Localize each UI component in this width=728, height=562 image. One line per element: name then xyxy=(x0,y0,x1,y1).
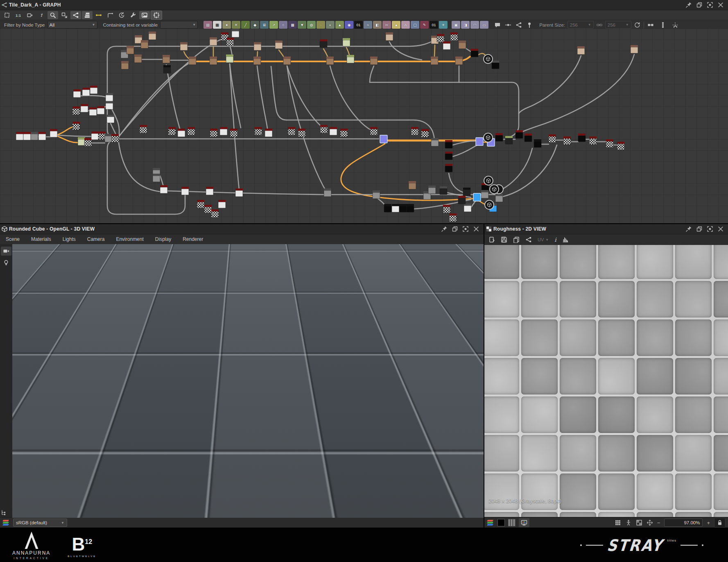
graph-node[interactable] xyxy=(431,138,439,146)
graph-node[interactable] xyxy=(16,132,23,140)
graph-node[interactable] xyxy=(384,204,391,212)
hierarchy-icon[interactable] xyxy=(1,510,7,516)
graph-node[interactable] xyxy=(445,140,452,148)
graph-node[interactable] xyxy=(50,129,57,137)
graph-node[interactable] xyxy=(471,49,478,57)
graph-node[interactable] xyxy=(121,61,129,69)
graph-node[interactable] xyxy=(563,136,571,145)
palette-selection-button[interactable]: ▢ xyxy=(411,21,419,29)
graph-node[interactable] xyxy=(445,164,452,172)
graph-node[interactable] xyxy=(495,194,503,202)
graph-node[interactable] xyxy=(380,135,387,143)
menu-renderer[interactable]: Renderer xyxy=(177,236,209,242)
graph-node[interactable] xyxy=(111,134,119,142)
graph-node[interactable] xyxy=(23,132,31,140)
straight-links-button[interactable] xyxy=(93,11,104,19)
graph-node[interactable] xyxy=(105,134,112,142)
graph-node[interactable] xyxy=(283,57,291,65)
graph-node[interactable] xyxy=(210,129,217,137)
copy-image-button[interactable] xyxy=(513,236,520,243)
palette-flood-fill-button[interactable]: ▼ xyxy=(298,21,306,29)
graph-node[interactable] xyxy=(275,41,283,49)
menu-display[interactable]: Display xyxy=(149,236,177,242)
palette-sharpen-button[interactable]: ◆ xyxy=(251,21,259,29)
graph-node[interactable] xyxy=(437,34,444,42)
palette-cut-button[interactable]: ✂ xyxy=(382,21,391,29)
graph-node[interactable] xyxy=(98,131,106,140)
parent-size-height-select[interactable]: 256▼ xyxy=(605,21,631,29)
graph-node[interactable] xyxy=(481,190,488,198)
graph-node[interactable] xyxy=(443,41,450,50)
graph-node[interactable] xyxy=(91,131,99,140)
graph-node[interactable] xyxy=(411,127,418,135)
close-button[interactable] xyxy=(717,225,725,233)
graph-node[interactable] xyxy=(82,88,90,96)
graph-node[interactable] xyxy=(606,139,613,147)
menu-scene[interactable]: Scene xyxy=(0,236,25,242)
graph-node[interactable] xyxy=(107,115,114,123)
graph-node[interactable] xyxy=(254,42,261,50)
palette-bitmap-button[interactable]: ▦ xyxy=(213,21,222,29)
close-button[interactable] xyxy=(717,1,725,9)
maximize-button[interactable] xyxy=(706,1,714,9)
actual-size-button[interactable]: 1:1 xyxy=(13,11,24,19)
link-view-button[interactable] xyxy=(525,236,532,243)
graph-node[interactable] xyxy=(445,152,452,160)
palette-slope-blur-button[interactable]: ↗ xyxy=(269,21,278,29)
menu-materials[interactable]: Materials xyxy=(25,236,57,242)
graph-node[interactable] xyxy=(455,57,463,65)
graph-node[interactable] xyxy=(206,187,213,195)
graph-node[interactable] xyxy=(232,29,239,37)
graph-node[interactable] xyxy=(320,39,327,48)
elbow-links-button[interactable] xyxy=(105,11,115,19)
graph-node[interactable] xyxy=(89,107,97,116)
maximize-button[interactable] xyxy=(706,225,714,233)
palette-tile-sampler-button[interactable]: ▦ xyxy=(288,21,297,29)
graph-node[interactable] xyxy=(204,205,212,213)
restore-button[interactable] xyxy=(695,225,703,233)
graph-node[interactable] xyxy=(421,129,429,137)
graph-node[interactable] xyxy=(72,107,80,115)
save-image-button[interactable] xyxy=(501,236,507,243)
graph-node[interactable] xyxy=(141,40,148,48)
pinnode-icon[interactable] xyxy=(526,22,533,28)
graph-node[interactable] xyxy=(534,139,541,147)
palette-dot-button[interactable]: · xyxy=(317,21,325,29)
graphshare-icon[interactable] xyxy=(515,22,522,28)
graph-node[interactable] xyxy=(188,127,195,135)
menu-lights[interactable]: Lights xyxy=(57,236,81,242)
parent-size-width-select[interactable]: 256▼ xyxy=(567,21,594,29)
graph-output-node[interactable] xyxy=(485,200,494,209)
graph-node[interactable] xyxy=(373,190,380,199)
graph-node[interactable] xyxy=(106,101,113,109)
dotlink-icon[interactable] xyxy=(505,22,511,28)
background-swatch-black[interactable] xyxy=(497,519,505,526)
graph-node[interactable] xyxy=(631,45,638,53)
layers-button[interactable] xyxy=(82,11,93,19)
menu-camera[interactable]: Camera xyxy=(81,236,111,242)
info-icon[interactable]: i xyxy=(554,236,556,243)
graph-node[interactable] xyxy=(127,46,134,54)
graph-node[interactable] xyxy=(220,127,227,135)
palette-blend-button[interactable]: ◧ xyxy=(373,21,382,29)
nodepair-icon[interactable] xyxy=(647,22,654,28)
graph-node[interactable] xyxy=(226,38,234,46)
zoom-level-input[interactable]: 97.00% xyxy=(664,519,703,527)
light-mode-button[interactable] xyxy=(1,258,11,267)
palette-baker-square-button[interactable]: ◨ xyxy=(461,21,470,29)
graph-node[interactable] xyxy=(163,55,170,63)
thumbnails-button[interactable] xyxy=(139,11,150,19)
graph-output-node[interactable] xyxy=(484,176,493,185)
graph-node[interactable] xyxy=(392,204,399,212)
graph-node[interactable] xyxy=(253,57,261,65)
palette-blur-button[interactable]: ● xyxy=(222,21,231,29)
compute-timings-button[interactable] xyxy=(116,11,127,19)
palette-baker-blank-button[interactable]: ▭ xyxy=(480,21,488,29)
graph-node[interactable] xyxy=(525,134,532,142)
graph-node[interactable] xyxy=(431,57,438,65)
graph-node[interactable] xyxy=(386,32,393,41)
graph-node[interactable] xyxy=(73,89,81,97)
graph-node[interactable] xyxy=(463,188,470,196)
frame-all-button[interactable] xyxy=(2,11,12,19)
palette-warp-button[interactable]: ≈ xyxy=(364,21,372,29)
